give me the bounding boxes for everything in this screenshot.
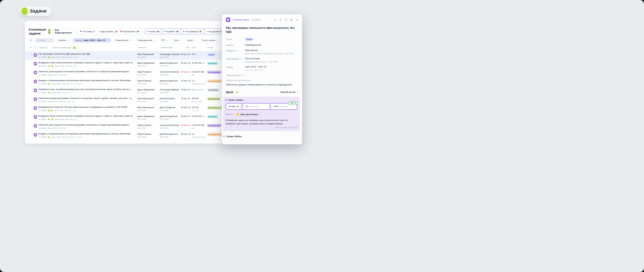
column-header-Владелец: Владелец	[138, 46, 146, 48]
manager-org: ЗАО ППМР	[160, 65, 181, 67]
active-filter-Период[interactable]: ПериодЗима ’22/23 – Лето ’23✕	[72, 38, 111, 42]
goal-unit: руб.	[192, 127, 207, 129]
filter-dropdown-ТПУ[interactable]: ТПУ	[159, 38, 170, 42]
manager-cell: Дмитрий КуделькинЗАО ППМР	[160, 60, 181, 68]
search-input[interactable]: Поиск	[35, 38, 54, 42]
filter-dropdown-Подразделение[interactable]: Подразделение	[135, 38, 157, 42]
task-title: P&L программы лояльности (фин результат)…	[38, 53, 137, 55]
summary-chip-lightning[interactable]: ⚡Надо оценить22	[98, 30, 118, 33]
table-row[interactable]: Увеличить долю выручки Участников програ…	[25, 122, 226, 131]
table-row[interactable]: Формирование сегментов УПЛ для имейл рас…	[25, 104, 226, 113]
plan-value-cell[interactable]: 1,5 млрд. руб.	[243, 104, 269, 110]
filter-dropdown-Статус оценки[interactable]: Статус оценки	[199, 38, 220, 42]
chevron-down-icon	[194, 39, 196, 41]
filter-dropdown-Управляющий[interactable]: Управляющий	[113, 38, 133, 42]
table-row[interactable]: P&L программы лояльности (фин результат)…	[25, 51, 226, 60]
calc-mode-dropdown[interactable]: Прямой расчёт	[280, 91, 298, 93]
table-row[interactable]: Внедрить в промышленную эксплуатацию мон…	[25, 78, 226, 86]
goal-unit: руб.	[202, 62, 206, 64]
expand-icon[interactable]	[274, 18, 276, 21]
method-label: Методика расчёта/описание	[226, 79, 298, 81]
method-text: Обеспечить уровень оборачиваемости запас…	[226, 84, 298, 86]
comment-icon	[67, 101, 69, 102]
season-bullet-icon	[226, 100, 227, 100]
filter-dropdown-Срок[interactable]: Срок	[172, 38, 183, 42]
filter-dropdown-Уровень[interactable]: Уровень	[56, 38, 71, 42]
status-badge: На проверке	[207, 124, 222, 127]
flame-icon	[120, 30, 122, 32]
manager-cell: Анастасия ИгнатенкоЗАО ППМР	[160, 69, 181, 78]
expand-cell[interactable]	[30, 131, 34, 136]
link-icon[interactable]	[279, 18, 282, 21]
status-chips: Новые50В работе50На проверке30На доработ…	[144, 28, 227, 35]
task-type-icon	[34, 133, 37, 136]
chip-count: 30	[199, 30, 202, 33]
rating-label: Оценка	[226, 113, 232, 115]
flat-view-button[interactable]	[33, 46, 37, 49]
manager-name[interactable]: Руслан Климов	[245, 58, 278, 60]
manager-org: ЗАО ППМР	[160, 56, 181, 58]
timeline-line	[224, 131, 224, 134]
next-season[interactable]: Сезон «Лето»	[223, 135, 298, 136]
task-icon-cell	[34, 113, 38, 122]
status-chip[interactable]: В работе50	[162, 29, 180, 34]
season-card: Сезон «Зима» 31 мар ’24 План 1,5 млрд. р…	[223, 96, 300, 131]
bell-icon[interactable]	[285, 18, 287, 21]
expand-cell[interactable]	[30, 51, 34, 60]
task-main-cell: Внедрить в промышленную эксплуатацию мон…	[38, 131, 137, 136]
trash-icon[interactable]	[290, 18, 293, 21]
summary-chip-heart[interactable]: ♥По плану2	[80, 30, 95, 33]
task-title: Внедрение новой технологической платформ…	[38, 115, 137, 117]
loop-icon	[75, 82, 77, 85]
status-chip[interactable]: На проверке30	[182, 29, 203, 34]
chevron-down-icon	[73, 30, 75, 32]
comment-icon	[70, 56, 72, 58]
comment-count: 1	[70, 100, 70, 102]
manager-cell: Данил ТрефиловЗАО ППМР	[160, 104, 181, 113]
status-chip[interactable]: Новые50	[145, 29, 161, 34]
goal-value: 4 предприятия	[192, 88, 207, 91]
chevron-down-icon	[166, 39, 168, 41]
owner-name[interactable]: Иван Иванов	[245, 49, 294, 52]
goal-date[interactable]: 31 мар ’24	[226, 104, 241, 110]
remove-filter-icon[interactable]: ✕	[107, 39, 109, 42]
goal-value: 119 152	[192, 106, 207, 108]
separator: ·	[250, 18, 250, 21]
filter-dropdown-Автор[interactable]: Автор	[185, 38, 198, 42]
task-type-icon	[34, 62, 37, 66]
task-type-icon	[34, 80, 37, 83]
summary-chip-flame[interactable]: Просрочены20	[120, 30, 139, 33]
add-goal-button[interactable]: +	[235, 90, 239, 94]
comment-author: Иван Иванов, 12 фев ’23	[225, 126, 298, 128]
table-row[interactable]: Увеличить долю выручки Участников програ…	[25, 69, 226, 78]
table-row[interactable]: Внедрить в промышленную эксплуатацию мон…	[25, 131, 226, 136]
expand-cell[interactable]	[30, 78, 34, 86]
scope-dropdown[interactable]: Моё подразделение	[52, 29, 77, 34]
due-date: 30 сен ’24	[181, 60, 192, 68]
owner-cell: Иван ИванищенкоЗАО ППМР	[137, 96, 160, 104]
rating-pill[interactable]: Цель достигнута	[234, 112, 260, 116]
table-row[interactable]: Внедрение новой технологической платформ…	[25, 60, 226, 69]
filter-settings-button[interactable]	[29, 38, 33, 42]
close-icon[interactable]	[296, 18, 298, 21]
table-row[interactable]: Внедрение новой технологической платформ…	[25, 113, 226, 122]
smiley-icon	[236, 113, 239, 116]
owner-field-label: Владелец	[226, 50, 235, 52]
task-meta: 21-158670Зима ’22/23 – Лето ’2313	[38, 56, 137, 58]
table-row[interactable]: Изменение имиджа программы лояльности в …	[25, 96, 226, 104]
subtasks-count: 3	[77, 56, 78, 58]
help-icon[interactable]: ?	[236, 50, 238, 52]
help-icon[interactable]: ?	[240, 58, 242, 60]
task-period: Зима ’22/23 – Лето ’23	[48, 127, 66, 129]
help-icon[interactable]: ?	[242, 74, 244, 76]
group-view-button[interactable]	[29, 46, 33, 49]
goal-unit: руб.	[192, 74, 207, 76]
goal-unit: руб. без НДС	[192, 100, 207, 102]
add-task-button[interactable]: +	[48, 29, 50, 34]
expand-cell[interactable]	[30, 96, 34, 104]
tree-toggle[interactable]	[73, 46, 77, 49]
owner-cell: Юрий РомановЗАО ППМР	[137, 122, 160, 131]
owner-org: ЗАО ППМР	[137, 100, 160, 102]
task-title: Внедрить в промышленную эксплуатацию мон…	[38, 133, 137, 135]
table-row[interactable]: Разработка спец. условий программы для с…	[25, 86, 226, 96]
